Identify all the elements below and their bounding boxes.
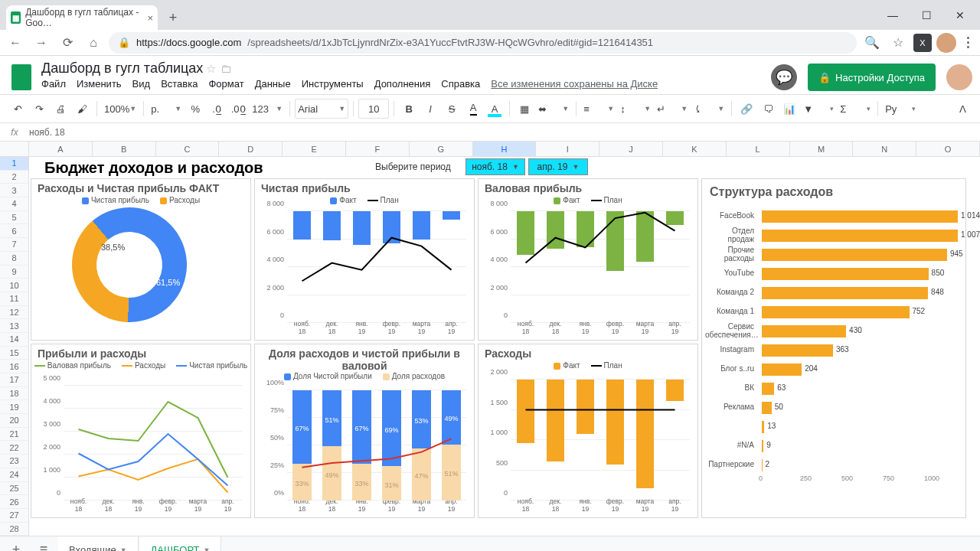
menu-view[interactable]: Вид <box>132 78 151 90</box>
share-button[interactable]: 🔒 Настройки Доступа <box>808 64 936 91</box>
formula-bar[interactable]: fx нояб. 18 <box>0 123 980 142</box>
strike-icon[interactable]: S <box>442 99 462 119</box>
functions-icon[interactable]: Σ▾ <box>838 99 873 119</box>
halign-icon[interactable]: ≡▼ <box>581 99 616 119</box>
link-icon[interactable]: 🔗 <box>737 99 756 119</box>
chart-gross-profit[interactable]: Валовая прибыль Факт План 02 0004 0006 0… <box>478 178 698 341</box>
chart-legend: Факт План <box>255 196 474 204</box>
column-headers[interactable]: ABCDEFGHIJKLMNO <box>0 142 980 157</box>
column-header[interactable]: N <box>853 142 916 156</box>
slice-label: 38,5% <box>101 243 125 252</box>
rotate-icon[interactable]: ⤹▼ <box>691 99 727 119</box>
more-formats[interactable]: 123▼ <box>250 99 285 119</box>
borders-icon[interactable]: ▦ <box>514 99 534 119</box>
back-icon[interactable]: ← <box>5 32 26 54</box>
column-header[interactable]: C <box>156 142 220 156</box>
chart-donut[interactable]: Расходы и Чистая прибыль ФАКТ Чистая при… <box>31 178 251 341</box>
text-color-icon[interactable]: A <box>463 99 483 119</box>
column-header[interactable]: G <box>410 142 473 156</box>
doc-title[interactable]: Дашборд в гугл таблицах <box>41 60 203 77</box>
search-icon[interactable]: 🔍 <box>861 32 883 54</box>
fill-color-icon[interactable]: A <box>485 99 505 119</box>
home-icon[interactable]: ⌂ <box>83 32 104 54</box>
add-sheet-button[interactable]: + <box>3 542 29 551</box>
all-sheets-icon[interactable]: ≡ <box>31 542 57 551</box>
italic-icon[interactable]: I <box>420 99 440 119</box>
percent-icon[interactable]: % <box>185 99 205 119</box>
menu-insert[interactable]: Вставка <box>161 78 198 90</box>
period-from-select[interactable]: нояб. 18▼ <box>466 158 525 175</box>
column-header[interactable]: J <box>599 142 663 156</box>
column-header[interactable]: D <box>219 142 283 156</box>
menu-help[interactable]: Справка <box>441 78 480 90</box>
browser-menu-icon[interactable] <box>961 37 975 48</box>
column-header[interactable]: E <box>283 142 346 156</box>
collapse-toolbar-icon[interactable]: ᐱ <box>952 99 972 119</box>
column-header[interactable]: B <box>93 142 156 156</box>
profile-avatar[interactable] <box>936 33 956 53</box>
sheet-canvas[interactable]: Бюджет доходов и расходов Выберите перио… <box>29 157 980 536</box>
sheets-logo-icon[interactable] <box>8 64 35 91</box>
font-select[interactable]: Arial▼ <box>295 99 348 119</box>
user-avatar[interactable] <box>946 64 972 90</box>
zoom-select[interactable]: 100%▼ <box>102 99 139 119</box>
column-header[interactable]: L <box>727 142 790 156</box>
bold-icon[interactable]: B <box>399 99 419 119</box>
column-header[interactable]: F <box>346 142 410 156</box>
forward-icon[interactable]: → <box>31 32 52 54</box>
column-header[interactable]: K <box>663 142 727 156</box>
menu-data[interactable]: Данные <box>255 78 291 90</box>
filter-icon[interactable]: ▼▾ <box>801 99 836 119</box>
chart-icon[interactable]: 📊 <box>779 99 799 119</box>
reload-icon[interactable]: ⟳ <box>57 32 78 54</box>
print-icon[interactable]: 🖨 <box>51 99 70 119</box>
currency-select[interactable]: р.▼ <box>149 99 184 119</box>
row-headers[interactable]: 1234567891011121314151617181920212223242… <box>0 157 29 536</box>
font-size[interactable]: 10 <box>358 99 389 119</box>
chart-expenses[interactable]: Расходы Факт План 05001 0001 5002 000ноя… <box>478 344 698 518</box>
merge-icon[interactable]: ⬌▼ <box>536 99 571 119</box>
sheet-tab-dashboard[interactable]: ДАШБОРТ▼ <box>140 536 222 551</box>
menu-format[interactable]: Формат <box>208 78 243 90</box>
menu-edit[interactable]: Изменить <box>77 78 122 90</box>
folder-icon[interactable]: 🗀 <box>220 62 232 75</box>
dec-more-icon[interactable]: .00̲ <box>228 99 248 119</box>
star-icon[interactable]: ☆ <box>887 32 909 54</box>
wrap-icon[interactable]: ↵▼ <box>655 99 690 119</box>
comments-icon[interactable]: 💬 <box>771 64 797 90</box>
browser-tab[interactable]: ▦ Дашборд в гугл таблицах - Goo… × <box>6 5 158 30</box>
sheet-tab-incoming[interactable]: Входящие▼ <box>58 536 139 551</box>
extension-icon[interactable]: X <box>913 34 932 52</box>
sheets-header: Дашборд в гугл таблицах ☆ 🗀 Файл Изменит… <box>0 56 980 94</box>
column-header[interactable]: A <box>29 142 93 156</box>
new-tab-button[interactable]: + <box>162 7 184 28</box>
paint-format-icon[interactable]: 🖌 <box>72 99 92 119</box>
toolbar: ↶ ↷ 🖨 🖌 100%▼ р.▼ % .0̲ .00̲ 123▼ Arial▼… <box>0 94 980 123</box>
period-to-select[interactable]: апр. 19▼ <box>528 158 588 175</box>
menu-file[interactable]: Файл <box>41 78 66 90</box>
input-lang[interactable]: Ру▾ <box>883 99 918 119</box>
valign-icon[interactable]: ↕▼ <box>618 99 653 119</box>
menu-tools[interactable]: Инструменты <box>302 78 364 90</box>
chart-share[interactable]: Доля расходов и чистой прибыли в валовой… <box>254 344 475 518</box>
redo-icon[interactable]: ↷ <box>29 99 49 119</box>
window-maximize-icon[interactable]: ☐ <box>910 4 943 27</box>
chart-profits-expenses[interactable]: Прибыли и расходы Валовая прибыль Расход… <box>31 344 251 518</box>
comment-icon[interactable]: 🗨 <box>758 99 778 119</box>
window-minimize-icon[interactable]: — <box>876 4 910 27</box>
star-doc-icon[interactable]: ☆ <box>206 62 216 76</box>
column-header[interactable]: O <box>916 142 980 156</box>
menu-addons[interactable]: Дополнения <box>374 78 431 90</box>
slice-label: 61,5% <box>156 278 180 287</box>
address-bar[interactable]: 🔒 https://docs.google.com/spreadsheets/d… <box>109 32 857 54</box>
column-header[interactable]: H <box>473 142 537 156</box>
window-close-icon[interactable]: ✕ <box>943 4 977 27</box>
dec-less-icon[interactable]: .0̲ <box>207 99 227 119</box>
column-header[interactable]: I <box>536 142 599 156</box>
chart-net-profit[interactable]: Чистая прибыль Факт План 02 0004 0006 00… <box>254 178 475 341</box>
column-header[interactable]: M <box>790 142 854 156</box>
chart-structure[interactable]: Структура расходов FaceBook1 014Отдел пр… <box>701 178 966 518</box>
close-icon[interactable]: × <box>147 12 153 24</box>
undo-icon[interactable]: ↶ <box>8 99 28 119</box>
chart-title: Чистая прибыль <box>261 182 474 194</box>
